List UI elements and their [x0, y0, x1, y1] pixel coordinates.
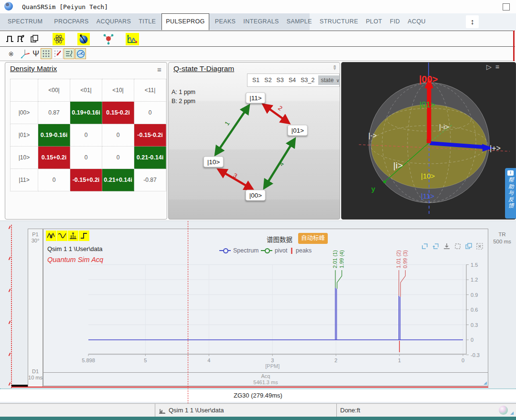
- help-feedback-button[interactable]: ! 帮助与反馈: [505, 168, 516, 219]
- atom-icon[interactable]: [53, 33, 65, 45]
- svg-text:-0.3: -0.3: [471, 352, 480, 358]
- psi-icon[interactable]: Ψ: [32, 49, 40, 59]
- timeline-dotted-line: [0, 388, 516, 389]
- bloch-label-y-minus: |-i>: [439, 123, 449, 131]
- svg-text:1.99 (4): 1.99 (4): [339, 250, 344, 268]
- bloch-label-z-mid: |01>: [419, 100, 435, 109]
- qstate-node[interactable]: |10>: [204, 157, 224, 168]
- asterisk-icon[interactable]: ※: [7, 50, 15, 58]
- menu-tab-acqupars[interactable]: ACQUPARS: [95, 14, 133, 30]
- bloch-sphere-icon[interactable]: [77, 33, 90, 45]
- svg-text:[PPM]: [PPM]: [265, 363, 280, 369]
- bloch-toolbar: ▷≡: [486, 63, 503, 71]
- svg-text:5.898: 5.898: [82, 357, 95, 363]
- toolbar-resize-marker: [513, 31, 515, 61]
- matrix-col-header: <11|: [134, 79, 166, 102]
- toolbar-secondary: ※ Ψ: [0, 47, 515, 61]
- transition-number: 3: [232, 172, 239, 180]
- qstate-node[interactable]: |00>: [246, 190, 266, 201]
- menu-tab-plot[interactable]: PLOT: [364, 14, 384, 30]
- bloch-sphere-scene[interactable]: |00> |01> |+> |-> |-i> |i> |10> |11> y: [342, 63, 516, 219]
- bloch-label-x-plus: |+>: [490, 144, 501, 152]
- matrix-row-header: |10>: [11, 147, 38, 169]
- dot-matrix-icon[interactable]: [41, 48, 52, 59]
- menu-tab-structure[interactable]: STRUCTURE: [318, 14, 360, 30]
- matrix-row-header: |01>: [11, 124, 38, 147]
- matrix-col-header: <01|: [70, 79, 102, 102]
- acq-label: Acq: [261, 373, 270, 379]
- density-matrix-panel: Density Matrix ≡ <00|<01|<10|<11||00>0.8…: [5, 62, 167, 220]
- copy-icon[interactable]: [29, 33, 40, 44]
- feedback-icon: !: [507, 170, 514, 176]
- help-feedback-label: 帮助与反馈: [507, 177, 515, 210]
- menu-tab-procpars[interactable]: PROCPARS: [52, 14, 90, 30]
- timeline-marker-line: [11, 225, 12, 388]
- qstate-node[interactable]: |11>: [246, 93, 265, 104]
- acq-duration-row: Acq 5461.3 ms: [43, 373, 488, 386]
- molecule-icon[interactable]: [102, 33, 115, 45]
- status-dataset: Qsim 1 1 \User\data: [169, 407, 224, 414]
- play-icon[interactable]: ▷: [486, 63, 495, 71]
- maximize-button[interactable]: [503, 3, 510, 10]
- matrix-cell: 0: [102, 147, 134, 169]
- menu-tab-fid[interactable]: FID: [388, 14, 402, 30]
- matrix-cell: 0.21+0.14i: [102, 169, 134, 191]
- bloch-label-y-plus: |i>: [393, 160, 403, 170]
- panel-menu-icon[interactable]: ≡: [157, 65, 161, 74]
- transition-arrow-2[interactable]: [263, 105, 289, 123]
- spectrum-mini-icon: [158, 407, 166, 414]
- menu-tab-acqu[interactable]: ACQU: [406, 14, 428, 30]
- svg-text:0.9: 0.9: [471, 292, 478, 298]
- resize-grip-icon[interactable]: ◢: [484, 380, 487, 385]
- svg-text:2.01 (1): 2.01 (1): [332, 250, 338, 268]
- fid-spectrum-icon[interactable]: [126, 33, 139, 45]
- menu-tab-sample[interactable]: SAMPLE: [285, 14, 314, 30]
- menu-tab-peaks[interactable]: PEAKS: [213, 14, 238, 30]
- application-window: QuanSRSim [Peiyun Tech] SPECTRUMPROCPARS…: [0, 0, 516, 420]
- svg-text:1.2: 1.2: [471, 277, 478, 283]
- resize-grip-icon[interactable]: ◢: [510, 410, 514, 415]
- menu-tab-spectrum[interactable]: SPECTRUM: [6, 14, 44, 30]
- window-title: QuanSRSim [Peiyun Tech]: [22, 3, 108, 10]
- title-bar: QuanSRSim [Peiyun Tech]: [0, 0, 516, 13]
- timeline-red-line: [11, 387, 488, 388]
- pulse-icon[interactable]: [5, 33, 15, 44]
- axes-3d-icon[interactable]: [19, 48, 31, 60]
- assistant-sphere-icon[interactable]: [499, 406, 508, 415]
- matrix-row-header: |11>: [11, 169, 38, 191]
- matrix-cell: 0.15+0.2i: [38, 147, 70, 169]
- svg-text:0.6: 0.6: [471, 307, 478, 313]
- menu-tab-pulseprog[interactable]: PULSEPROG: [161, 13, 209, 30]
- pulse-edit-icon[interactable]: [16, 33, 26, 44]
- bloch-label-x-minus: |->: [368, 131, 377, 139]
- svg-text:0: 0: [471, 337, 473, 343]
- transition-arrow-1[interactable]: [215, 105, 249, 155]
- svg-text:0: 0: [462, 357, 464, 363]
- d1-time: 10 ms: [28, 375, 43, 380]
- matrix-cell: 0.15-0.2i: [102, 102, 134, 124]
- spectrum-plot: Qsim 1 1 \User\data Quantum Sim Acq 谱图数据…: [43, 229, 488, 373]
- bloch-menu-icon[interactable]: ≡: [495, 63, 503, 71]
- qstate-node[interactable]: |01>: [288, 125, 308, 136]
- tr-label: TR500 ms: [490, 231, 514, 245]
- sphere-meter-icon[interactable]: [75, 48, 86, 59]
- matrix-col-header: <00|: [38, 79, 70, 102]
- toolbar-main: [0, 31, 515, 47]
- bloch-label-z-minus: |11>: [421, 192, 434, 200]
- state-list-icon[interactable]: [64, 48, 75, 59]
- matrix-cell: -0.15+0.2i: [70, 169, 102, 191]
- matrix-cell: 0: [38, 169, 70, 191]
- dot-matrix-pin-icon[interactable]: [52, 48, 63, 59]
- app-logo-icon: [4, 2, 13, 10]
- spectrum-region: P130° D110 ms Qsim 1 1 \User\data Quantu…: [0, 220, 516, 403]
- matrix-cell: 0: [70, 124, 102, 147]
- menu-tab-integrals[interactable]: INTEGRALS: [241, 14, 280, 30]
- acq-time: 5461.3 ms: [253, 379, 278, 385]
- spectrum-chart[interactable]: 5.898543210[PPM]1.51.20.90.60.30-0.32.01…: [43, 229, 488, 372]
- matrix-cell: 0: [102, 124, 134, 147]
- pulse-program-bar[interactable]: ZG30 (279.49ms): [0, 389, 516, 402]
- menu-tab-title[interactable]: TITLE: [137, 14, 158, 30]
- matrix-cell: -0.87: [134, 169, 166, 191]
- svg-text:1.5: 1.5: [471, 262, 478, 268]
- expand-panels-button[interactable]: ↕: [466, 15, 479, 28]
